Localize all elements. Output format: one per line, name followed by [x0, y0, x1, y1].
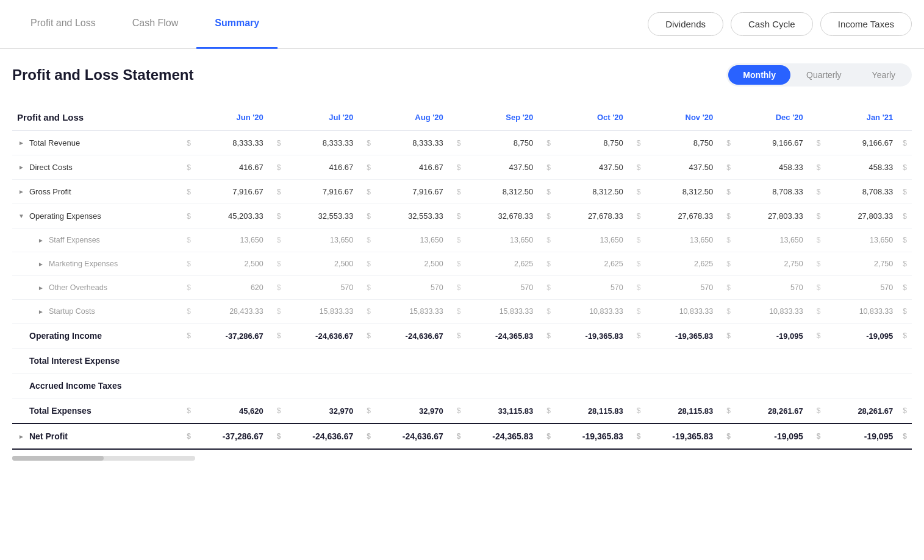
dollar-sign-cell: $ — [808, 252, 822, 276]
value-cell-total-expenses-7: 28,261.67 — [822, 399, 898, 424]
dollar-sign-cell: $ — [538, 300, 552, 324]
value-cell-direct-costs-0: 416.67 — [192, 155, 268, 180]
tab-cash-flow[interactable]: Cash Flow — [114, 0, 197, 49]
value-cell-operating-income-6: -19,095 — [732, 324, 808, 349]
dollar-sign-cell: $ — [178, 252, 192, 276]
row-label-staff-expenses: Staff Expenses — [49, 236, 100, 244]
dollar-sign-cell: $ — [808, 276, 822, 300]
chevron-icon[interactable]: ► — [17, 432, 26, 441]
value-cell-direct-costs-1: 416.67 — [282, 155, 358, 180]
yearly-button[interactable]: Yearly — [858, 65, 910, 85]
value-cell-total-expenses-1: 32,970 — [282, 399, 358, 424]
value-cell-gross-profit-2: 7,916.67 — [372, 180, 448, 204]
chevron-icon[interactable]: ► — [17, 188, 26, 196]
value-cell-net-profit-0: -37,286.67 — [192, 424, 268, 449]
dollar-sign-cell: $ — [628, 180, 642, 204]
dollar-sign-cell: $ — [268, 399, 282, 424]
row-label-startup-costs: Startup Costs — [49, 307, 95, 316]
dollar-sign-cell: $ — [358, 276, 372, 300]
value-cell-operating-expenses-5: 27,678.33 — [642, 204, 718, 229]
value-cell-staff-expenses-2: 13,650 — [372, 229, 448, 252]
dollar-sign-cell: $ — [538, 276, 552, 300]
value-cell-accrued-income-taxes-0 — [192, 374, 268, 399]
dollar-sign-cell: $ — [268, 155, 282, 180]
chevron-icon[interactable]: ► — [37, 283, 45, 292]
nav-right-buttons: Dividends Cash Cycle Income Taxes — [648, 12, 912, 36]
dollar-sign-cell: $ — [448, 180, 462, 204]
quarterly-button[interactable]: Quarterly — [792, 65, 856, 85]
tab-summary[interactable]: Summary — [196, 0, 278, 49]
value-cell-total-revenue-4: 8,750 — [552, 130, 628, 155]
dollar-sign-cell: $ — [538, 180, 552, 204]
dollar-sign-cell: $ — [808, 229, 822, 252]
dollar-sign-cell: $ — [178, 155, 192, 180]
value-cell-staff-expenses-6: 13,650 — [732, 229, 808, 252]
table-container: Profit and Loss Jun '20 Jul '20 Aug '20 … — [12, 105, 912, 450]
row-label-gross-profit: Gross Profit — [29, 187, 71, 196]
dollar-sign-cell: $ — [448, 130, 462, 155]
value-cell-net-profit-6: -19,095 — [732, 424, 808, 449]
value-cell-marketing-expenses-2: 2,500 — [372, 252, 448, 276]
value-cell-total-expenses-5: 28,115.83 — [642, 399, 718, 424]
table-row-marketing-expenses: ►Marketing Expenses$2,500$2,500$2,500$2,… — [12, 252, 912, 276]
value-cell-direct-costs-5: 437.50 — [642, 155, 718, 180]
scrollbar-thumb[interactable] — [12, 456, 104, 461]
dollar-sign-cell: $ — [538, 252, 552, 276]
dividends-button[interactable]: Dividends — [648, 12, 723, 36]
value-cell-direct-costs-7: 458.33 — [822, 155, 898, 180]
dollar-sign-cell: $ — [538, 130, 552, 155]
profit-loss-table: Profit and Loss Jun '20 Jul '20 Aug '20 … — [12, 105, 912, 450]
value-cell-operating-expenses-3: 32,678.33 — [462, 204, 538, 229]
dollar-sign-cell — [448, 374, 462, 399]
dollar-sign-cell: $ — [448, 252, 462, 276]
row-label-operating-expenses: Operating Expenses — [29, 211, 101, 221]
value-cell-direct-costs-2: 416.67 — [372, 155, 448, 180]
chevron-icon[interactable]: ► — [37, 307, 45, 316]
value-cell-other-overheads-4: 570 — [552, 276, 628, 300]
value-cell-startup-costs-0: 28,433.33 — [192, 300, 268, 324]
dollar-sign-cell: $ — [808, 130, 822, 155]
tab-profit-loss[interactable]: Profit and Loss — [12, 0, 114, 49]
value-cell-total-revenue-3: 8,750 — [462, 130, 538, 155]
col-header-nov20: Nov '20 — [628, 105, 718, 130]
chevron-icon[interactable]: ► — [17, 163, 26, 172]
value-cell-operating-income-1: -24,636.67 — [282, 324, 358, 349]
value-cell-marketing-expenses-4: 2,625 — [552, 252, 628, 276]
scrollbar-track[interactable] — [12, 456, 195, 461]
value-cell-gross-profit-1: 7,916.67 — [282, 180, 358, 204]
row-label-direct-costs: Direct Costs — [29, 163, 73, 172]
top-nav: Profit and Loss Cash Flow Summary Divide… — [0, 0, 924, 49]
value-cell-staff-expenses-4: 13,650 — [552, 229, 628, 252]
dollar-sign-cell: $ — [268, 300, 282, 324]
col-header-jun20: Jun '20 — [178, 105, 268, 130]
income-taxes-button[interactable]: Income Taxes — [820, 12, 912, 36]
value-cell-gross-profit-5: 8,312.50 — [642, 180, 718, 204]
dollar-sign-cell: $ — [358, 300, 372, 324]
dollar-sign-cell — [178, 374, 192, 399]
value-cell-net-profit-2: -24,636.67 — [372, 424, 448, 449]
dollar-sign-cell: $ — [628, 229, 642, 252]
dollar-sign-cell: $ — [718, 252, 732, 276]
value-cell-other-overheads-7: 570 — [822, 276, 898, 300]
monthly-button[interactable]: Monthly — [728, 65, 790, 85]
chevron-icon[interactable]: ► — [17, 139, 26, 147]
value-cell-total-interest-expense-1 — [282, 349, 358, 374]
cash-cycle-button[interactable]: Cash Cycle — [731, 12, 813, 36]
value-cell-total-expenses-0: 45,620 — [192, 399, 268, 424]
value-cell-marketing-expenses-0: 2,500 — [192, 252, 268, 276]
value-cell-staff-expenses-7: 13,650 — [822, 229, 898, 252]
chevron-icon[interactable]: ► — [37, 236, 45, 244]
dollar-sign-cell: $ — [448, 229, 462, 252]
dollar-sign-cell — [178, 349, 192, 374]
table-row-operating-income: Operating Income$-37,286.67$-24,636.67$-… — [12, 324, 912, 349]
table-row-accrued-income-taxes: Accrued Income Taxes — [12, 374, 912, 399]
dollar-sign-cell: $ — [628, 155, 642, 180]
value-cell-total-interest-expense-4 — [552, 349, 628, 374]
dollar-sign-cell: $ — [268, 130, 282, 155]
value-cell-staff-expenses-5: 13,650 — [642, 229, 718, 252]
dollar-sign-cell — [538, 374, 552, 399]
chevron-icon[interactable]: ► — [37, 260, 45, 268]
dollar-sign-cell: $ — [448, 300, 462, 324]
value-cell-marketing-expenses-6: 2,750 — [732, 252, 808, 276]
chevron-icon[interactable]: ▼ — [17, 212, 26, 221]
